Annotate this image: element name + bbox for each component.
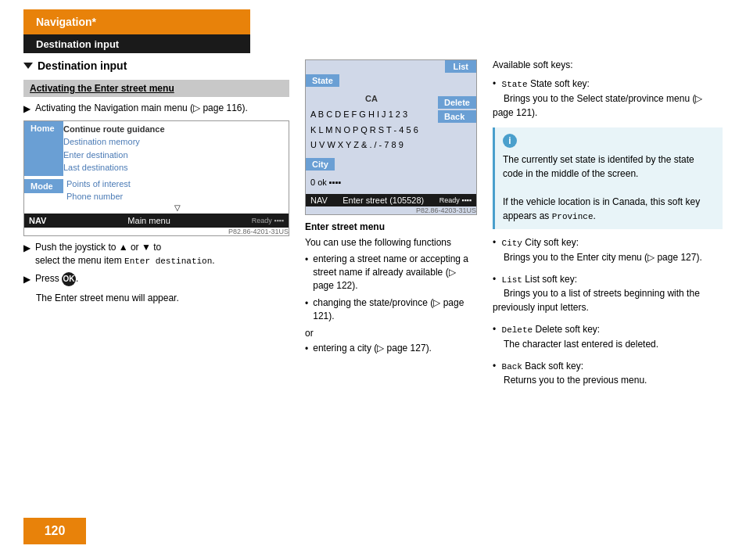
menu-item-poi: Points of interest (66, 178, 289, 191)
triangle-icon (23, 63, 33, 69)
info-box: i The currently set state is identifed b… (493, 127, 723, 230)
keyboard-row4-area: 0 ok ▪▪▪▪ (306, 172, 437, 194)
avail-softkeys-title: Available soft keys: (493, 59, 723, 70)
dest-input-heading: Destination input (23, 59, 289, 72)
info-text-2: If the vehicle location is in Canada, th… (503, 195, 715, 224)
nav-mode-row: Mode Points of interest Phone number ▽ (24, 176, 289, 214)
es-bullet-1: • entering a street name or accepting a … (305, 253, 477, 292)
footer: 120 (23, 518, 86, 544)
bullet-2: ▶ Push the joystick to ▲ or ▼ toselect t… (23, 241, 289, 267)
keyboard-row1: A B C D E F G H I J 1 2 3 (310, 107, 432, 123)
info-icon: i (503, 134, 517, 148)
left-column: Destination input Activating the Enter s… (23, 59, 289, 395)
keyboard-row2: K L M N O P Q R S T - 4 5 6 (310, 123, 432, 138)
section-bar: Destination input (23, 34, 250, 53)
nav-ui-mockup: Home Continue route guidance Destination… (23, 120, 289, 236)
menu-item-continue: Continue route guidance (63, 123, 289, 136)
result-text: The Enter street menu will appear. (36, 291, 289, 305)
list-button[interactable]: List (445, 60, 476, 73)
part-number-2: P82.86-4203-31US (306, 206, 476, 214)
softkey-delete: • Delete Delete soft key: The character … (493, 322, 723, 351)
city-button[interactable]: City (306, 158, 335, 171)
right-column: Available soft keys: • State State soft … (493, 59, 723, 395)
enter-street-section: Enter street menu You can use the follow… (305, 221, 477, 356)
nav-bottom-bar: NAV Main menu Ready ▪▪▪▪ (24, 214, 289, 228)
enter-street-title: Enter street menu (305, 221, 477, 232)
bullet-3: ▶ Press OK. (23, 272, 289, 286)
page-number: 120 (23, 518, 86, 544)
nav-home-row: Home Continue route guidance Destination… (24, 121, 289, 176)
menu-item-enter-dest: Enter destination (63, 149, 289, 162)
menu-item-last-dest: Last destinations (63, 161, 289, 174)
delete-button[interactable]: Delete (438, 96, 476, 109)
screen-mockup: List Delete Back State CA A B C D E F G … (305, 59, 477, 215)
state-button[interactable]: State (306, 74, 339, 87)
menu-item-phone: Phone number (66, 190, 289, 203)
softkey-state: • State State soft key: Brings you to th… (493, 77, 723, 120)
section-title: Destination input (36, 38, 119, 50)
softkey-city: • City City soft key: Brings you to the … (493, 235, 723, 264)
enter-street-intro: You can use the following functions (305, 235, 477, 249)
screen-nav-bar: NAV Enter street (105528) Ready ▪▪▪▪ (306, 194, 476, 206)
softkey-list: • List List soft key: Brings you to a li… (493, 272, 723, 315)
section-label: Activating the Enter street menu (23, 80, 289, 97)
screen-top-bar: List (306, 60, 476, 73)
part-number-1: P82.86-4201-31US (24, 228, 289, 235)
ca-label: CA (310, 92, 432, 107)
keyboard-area: CA A B C D E F G H I J 1 2 3 K L M N O P… (306, 88, 437, 156)
screen-right-buttons: Delete Back (438, 96, 476, 123)
es-bullet-2: • changing the state/province (▷ page 12… (305, 296, 477, 323)
home-button[interactable]: Home (24, 121, 63, 176)
bullet-1: ▶ Activating the Navigation main menu (▷… (23, 102, 289, 116)
keyboard-row3: U V W X Y Z & . / - 7 8 9 (310, 138, 432, 153)
header-title: Navigation* (36, 16, 96, 28)
back-button[interactable]: Back (438, 110, 476, 123)
es-bullet-or: • entering a city (▷ page 127). (305, 342, 477, 356)
header-bar: Navigation* (23, 9, 250, 34)
menu-item-dest-memory: Destination memory (63, 135, 289, 149)
middle-column: List Delete Back State CA A B C D E F G … (305, 59, 477, 395)
softkey-back: • Back Back soft key: Returns you to the… (493, 359, 723, 388)
or-text: or (305, 328, 477, 339)
info-text-1: The currently set state is identifed by … (503, 153, 715, 181)
mode-button[interactable]: Mode (24, 179, 63, 193)
ok-button-icon: OK (62, 272, 76, 286)
